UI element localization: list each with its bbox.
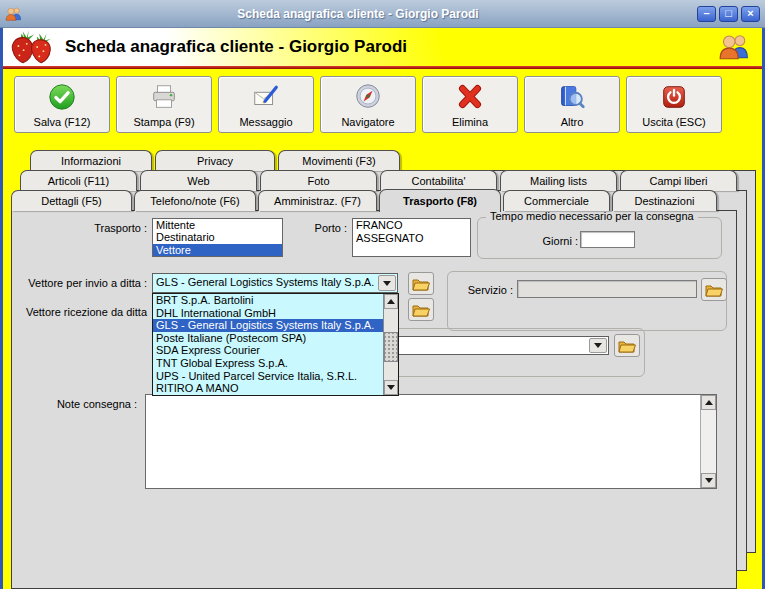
scroll-up-button[interactable] — [701, 395, 716, 410]
trasporto-listbox[interactable]: Mittente Destinatario Vettore — [152, 218, 283, 257]
trasporto-listbox-option[interactable]: Mittente — [153, 219, 282, 231]
vettore-invio-value: GLS - General Logistics Systems Italy S.… — [156, 276, 377, 288]
scroll-up-button[interactable] — [384, 294, 398, 309]
carrier-dropdown-item[interactable]: RITIRO A MANO — [153, 382, 383, 395]
tempo-medio-group: Tempo medio necessario per la consegna G… — [477, 217, 722, 259]
message-icon — [251, 80, 281, 113]
tab-amministraz[interactable]: Amministraz. (F7) — [258, 190, 377, 211]
power-icon — [659, 80, 689, 113]
tab-articoli[interactable]: Articoli (F11) — [20, 170, 137, 191]
chevron-down-icon — [383, 281, 391, 286]
stampa-label: Stampa (F9) — [133, 116, 194, 128]
note-consegna-textarea[interactable] — [145, 394, 717, 489]
servizio-input[interactable] — [517, 280, 697, 298]
tab-contabilita[interactable]: Contabilita' — [380, 170, 497, 191]
ricezione-servizio-dropdown-button[interactable] — [589, 338, 607, 353]
carrier-dropdown-item[interactable]: DHL International GmbH — [153, 307, 383, 320]
navigatore-label: Navigatore — [341, 116, 394, 128]
carrier-dropdown-item[interactable]: SDA Express Courier — [153, 344, 383, 357]
tempo-medio-legend: Tempo medio necessario per la consegna — [486, 210, 698, 222]
users-icon — [718, 32, 750, 60]
servizio-label: Servizio : — [456, 284, 513, 296]
tab-privacy[interactable]: Privacy — [155, 150, 275, 171]
vettore-invio-folder-button[interactable] — [408, 272, 434, 295]
header: Scheda anagrafica cliente - Giorgio Paro… — [3, 28, 762, 66]
tab-web[interactable]: Web — [140, 170, 257, 191]
folder-icon — [412, 277, 430, 291]
servizio-folder-button[interactable] — [701, 278, 727, 301]
porto-line: FRANCO — [353, 219, 470, 232]
tab-trasporto[interactable]: Trasporto (F8) — [379, 189, 501, 212]
uscita-label: Uscita (ESC) — [642, 116, 706, 128]
stampa-button[interactable]: Stampa (F9) — [116, 76, 212, 133]
vettore-invio-label: Vettore per invio a ditta : — [25, 277, 147, 289]
tab-movimenti[interactable]: Movimenti (F3) — [278, 150, 400, 171]
giorni-input[interactable] — [580, 231, 635, 248]
arrow-down-icon — [387, 385, 395, 390]
scroll-down-button[interactable] — [701, 473, 716, 488]
salva-button[interactable]: Salva (F12) — [14, 76, 110, 133]
folder-icon — [618, 339, 636, 353]
dropdown-scrollbar — [383, 294, 398, 395]
vettore-invio-dropdown-button[interactable] — [378, 275, 396, 291]
folder-icon — [412, 303, 430, 317]
tab-campi-liberi[interactable]: Campi liberi — [620, 170, 737, 191]
carrier-dropdown-list[interactable]: BRT S.p.A. Bartolini DHL International G… — [152, 293, 399, 396]
trasporto-listbox-option[interactable]: Destinatario — [153, 231, 282, 243]
trasporto-label: Trasporto : — [52, 222, 147, 234]
porto-listbox[interactable]: FRANCO ASSEGNATO — [352, 218, 471, 257]
messaggio-button[interactable]: Messaggio — [218, 76, 314, 133]
window-title: Scheda anagrafica cliente - Giorgio Paro… — [22, 7, 694, 21]
giorni-label: Giorni : — [516, 235, 578, 247]
carrier-dropdown-item[interactable]: UPS - United Parcel Service Italia, S.R.… — [153, 370, 383, 383]
close-button[interactable]: × — [741, 6, 760, 22]
save-check-icon — [47, 80, 77, 113]
scroll-thumb[interactable] — [384, 332, 398, 362]
navigatore-button[interactable]: Navigatore — [320, 76, 416, 133]
porto-label: Porto : — [302, 222, 347, 234]
elimina-button[interactable]: Elimina — [422, 76, 518, 133]
page-title: Scheda anagrafica cliente - Giorgio Paro… — [65, 37, 407, 57]
salva-label: Salva (F12) — [34, 116, 91, 128]
header-divider — [3, 66, 762, 69]
note-consegna-label: Note consegna : — [51, 398, 137, 410]
carrier-dropdown-item[interactable]: GLS - General Logistics Systems Italy S.… — [153, 319, 383, 332]
vettore-ricezione-folder-button[interactable] — [408, 298, 434, 321]
delete-x-icon — [455, 80, 485, 113]
arrow-up-icon — [387, 299, 395, 304]
app-window: Scheda anagrafica cliente - Giorgio Paro… — [0, 0, 765, 589]
ricezione-servizio-folder-button[interactable] — [614, 334, 640, 357]
vettore-invio-combobox[interactable]: GLS - General Logistics Systems Italy S.… — [152, 273, 398, 293]
tab-telefono-note[interactable]: Telefono/note (F6) — [134, 190, 256, 211]
window-people-icon — [5, 6, 22, 21]
maximize-button[interactable]: □ — [719, 6, 738, 22]
tab-foto[interactable]: Foto — [260, 170, 377, 191]
vettore-ricezione-label: Vettore ricezione da ditta — [20, 306, 147, 318]
window-border-left — [0, 28, 3, 589]
altro-button[interactable]: Altro — [524, 76, 620, 133]
servizio-group: Servizio : — [447, 271, 727, 331]
tab-mailing-lists[interactable]: Mailing lists — [500, 170, 617, 191]
arrow-up-icon — [705, 400, 713, 405]
tab-page-trasporto: Trasporto : Mittente Destinatario Vettor… — [11, 210, 737, 589]
note-scrollbar — [700, 395, 716, 488]
trasporto-listbox-option[interactable]: Vettore — [153, 244, 282, 256]
messaggio-label: Messaggio — [239, 116, 292, 128]
uscita-button[interactable]: Uscita (ESC) — [626, 76, 722, 133]
carrier-dropdown-item[interactable]: TNT Global Express S.p.A. — [153, 357, 383, 370]
tab-dettagli[interactable]: Dettagli (F5) — [11, 190, 132, 211]
minimize-button[interactable]: – — [697, 6, 716, 22]
carrier-dropdown-item[interactable]: Poste Italiane (Postecom SPA) — [153, 332, 383, 345]
tab-commerciale[interactable]: Commerciale — [503, 190, 610, 211]
porto-line: ASSEGNATO — [353, 232, 470, 245]
titlebar: Scheda anagrafica cliente - Giorgio Paro… — [0, 0, 765, 28]
tab-destinazioni[interactable]: Destinazioni — [612, 190, 717, 211]
carrier-dropdown-item[interactable]: BRT S.p.A. Bartolini — [153, 294, 383, 307]
altro-label: Altro — [561, 116, 584, 128]
scroll-down-button[interactable] — [384, 380, 398, 395]
tab-informazioni[interactable]: Informazioni — [30, 150, 152, 171]
compass-icon — [353, 80, 383, 113]
elimina-label: Elimina — [452, 116, 488, 128]
book-magnifier-icon — [557, 80, 587, 113]
strawberry-logo-icon — [9, 29, 57, 65]
